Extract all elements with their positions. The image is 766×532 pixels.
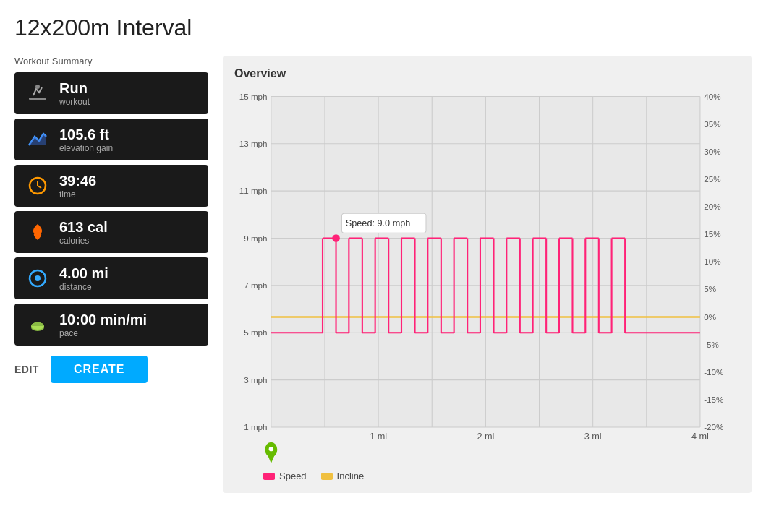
stat-value-distance: 4.00 mi xyxy=(59,265,108,282)
elevation-icon xyxy=(25,126,51,153)
incline-legend: Incline xyxy=(321,471,365,481)
stat-card-run: Run workout xyxy=(14,72,208,114)
svg-text:11 mph: 11 mph xyxy=(239,186,268,195)
svg-text:9 mph: 9 mph xyxy=(244,234,267,243)
stat-value-run: Run xyxy=(59,80,90,97)
svg-text:15%: 15% xyxy=(704,230,720,239)
incline-swatch xyxy=(321,473,333,480)
svg-text:4 mi: 4 mi xyxy=(691,432,709,442)
stat-info-elevation: 105.6 ft elevation gain xyxy=(59,126,113,153)
svg-text:35%: 35% xyxy=(704,120,720,129)
stat-value-pace: 10:00 min/mi xyxy=(59,311,147,328)
page-title: 12x200m Interval xyxy=(14,14,752,41)
stat-label-distance: distance xyxy=(59,282,108,292)
chart-svg: 1 mph3 mph5 mph7 mph9 mph11 mph13 mph15 … xyxy=(234,89,740,465)
svg-text:1 mi: 1 mi xyxy=(370,432,387,442)
speed-legend: Speed xyxy=(263,471,307,481)
svg-text:1 mph: 1 mph xyxy=(244,423,267,432)
incline-legend-label: Incline xyxy=(337,471,365,481)
svg-text:13 mph: 13 mph xyxy=(239,140,268,148)
svg-text:5%: 5% xyxy=(704,286,716,294)
stat-value-time: 39:46 xyxy=(59,172,96,189)
stat-label-pace: pace xyxy=(59,328,147,338)
svg-text:2 mi: 2 mi xyxy=(477,432,494,442)
stat-card-calories: 613 cal calories xyxy=(14,211,208,253)
distance-icon xyxy=(25,265,51,291)
stat-info-run: Run workout xyxy=(59,80,90,107)
svg-marker-107 xyxy=(268,454,276,463)
chart-title: Overview xyxy=(234,67,740,80)
svg-point-1 xyxy=(35,85,40,89)
stat-card-time: 39:46 time xyxy=(14,165,208,207)
svg-text:3 mi: 3 mi xyxy=(584,432,602,442)
stat-info-pace: 10:00 min/mi pace xyxy=(59,311,147,338)
svg-text:20%: 20% xyxy=(704,202,720,211)
svg-text:Speed: 9.0 mph: Speed: 9.0 mph xyxy=(346,218,411,228)
svg-text:-15%: -15% xyxy=(704,395,723,404)
stat-label-calories: calories xyxy=(59,236,108,246)
pace-icon xyxy=(25,312,51,338)
stat-cards: Run workout 105.6 ft elevation gain 39:4… xyxy=(14,72,208,346)
stat-card-pace: 10:00 min/mi pace xyxy=(14,304,208,346)
svg-text:7 mph: 7 mph xyxy=(244,281,267,290)
svg-line-5 xyxy=(38,186,41,188)
svg-point-7 xyxy=(35,275,41,281)
svg-text:25%: 25% xyxy=(704,175,720,184)
speed-swatch xyxy=(263,473,275,480)
svg-text:40%: 40% xyxy=(704,93,720,101)
stat-value-calories: 613 cal xyxy=(59,218,108,236)
svg-point-105 xyxy=(332,234,340,241)
stat-value-elevation: 105.6 ft xyxy=(59,126,113,143)
stat-info-distance: 4.00 mi distance xyxy=(59,265,108,292)
svg-text:30%: 30% xyxy=(704,147,720,156)
timer-icon xyxy=(25,173,51,199)
chart-panel: Overview 1 mph3 mph5 mph7 mph9 mph11 mph… xyxy=(223,56,752,493)
svg-text:-5%: -5% xyxy=(704,340,719,349)
stat-info-time: 39:46 time xyxy=(59,172,96,200)
svg-text:15 mph: 15 mph xyxy=(239,93,268,101)
stat-info-calories: 613 cal calories xyxy=(59,218,108,246)
fire-icon xyxy=(25,219,51,245)
stat-label-elevation: elevation gain xyxy=(59,143,113,153)
stat-card-elevation: 105.6 ft elevation gain xyxy=(14,119,208,160)
svg-text:10%: 10% xyxy=(704,257,720,266)
run-icon xyxy=(25,80,51,106)
svg-point-108 xyxy=(269,447,273,451)
main-layout: Workout Summary Run workout 105.6 ft ele… xyxy=(14,56,752,493)
svg-rect-0 xyxy=(29,98,46,100)
svg-text:-20%: -20% xyxy=(704,423,723,432)
svg-text:0%: 0% xyxy=(704,313,716,322)
svg-text:3 mph: 3 mph xyxy=(244,376,267,385)
edit-button[interactable]: EDIT xyxy=(14,364,39,375)
create-button[interactable]: CREATE xyxy=(51,356,148,383)
speed-legend-label: Speed xyxy=(279,471,307,481)
chart-area: 1 mph3 mph5 mph7 mph9 mph11 mph13 mph15 … xyxy=(234,89,740,465)
workout-summary-label: Workout Summary xyxy=(14,56,208,66)
svg-text:5 mph: 5 mph xyxy=(244,329,267,338)
chart-legend: Speed Incline xyxy=(234,471,740,481)
stat-label-time: time xyxy=(59,189,96,200)
stat-card-distance: 4.00 mi distance xyxy=(14,257,208,299)
svg-marker-2 xyxy=(29,134,46,145)
sidebar: Workout Summary Run workout 105.6 ft ele… xyxy=(14,56,208,493)
svg-text:-10%: -10% xyxy=(704,368,723,377)
stat-label-run: workout xyxy=(59,97,90,107)
actions-bar: EDIT CREATE xyxy=(14,356,208,383)
